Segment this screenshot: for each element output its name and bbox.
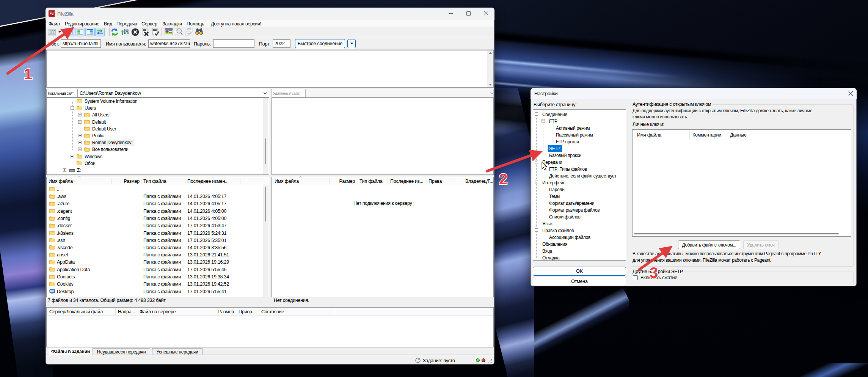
svg-text:2: 2: [499, 171, 507, 187]
svg-text:3: 3: [650, 264, 658, 281]
svg-text:1: 1: [24, 66, 32, 82]
